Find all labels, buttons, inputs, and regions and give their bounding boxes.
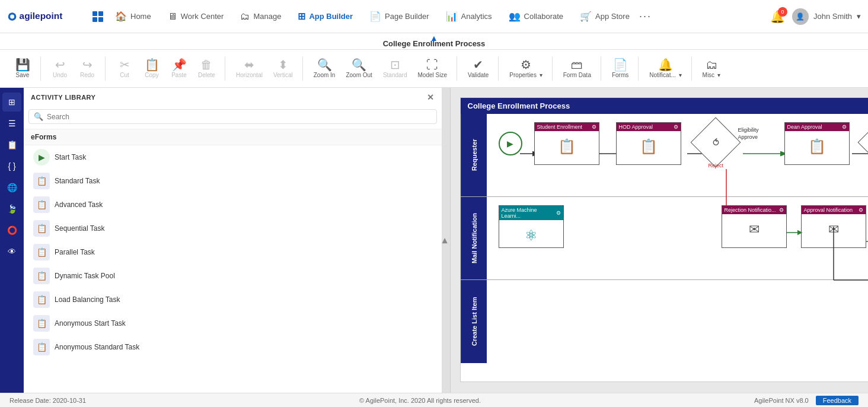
task-item-anon-start[interactable]: 📋 Anonymous Start Task [24,311,442,335]
vertical-button[interactable]: ⬍ Vertical [269,56,298,81]
save-button[interactable]: 💾 Save [9,56,36,81]
notifications-button[interactable]: 🔔 Notificat... ▾ [644,56,686,81]
secondary-header: ▲ College Enrollment Process [0,33,868,50]
misc-button[interactable]: 🗂 Misc ▾ [698,56,725,81]
approval-notif-1-task[interactable]: Approval Notification ⚙ ✉ [801,205,866,248]
horizontal-button[interactable]: ⬌ Horizontal [231,56,267,81]
student-enrollment-gear[interactable]: ⚙ [592,124,596,130]
nav-page-builder[interactable]: 📄 Page Builder [362,7,436,26]
logo[interactable]: agilepoint [7,7,78,26]
zoom-in-icon: 🔍 [317,59,332,71]
sidebar-icon-eye[interactable]: 👁 [2,242,21,261]
activity-panel-close[interactable]: ✕ [427,93,435,102]
appstore-icon: 🛒 [580,11,592,22]
nav-collaborate-label: Collaborate [524,12,564,21]
zoom-in-button[interactable]: 🔍 Zoom In [309,56,340,81]
azure-task[interactable]: Azure Machine Learni... ⚙ ⚛ [499,205,564,248]
swim-lane-mail: Mail Notification Azure Machine Learni..… [461,197,869,280]
paste-button[interactable]: 📌 Paste [166,56,192,81]
zoom-out-button[interactable]: 🔍 Zoom Out [341,56,376,81]
nav-work-center[interactable]: 🖥 Work Center [161,8,231,26]
redo-button[interactable]: ↪ Redo [74,56,100,81]
dean-approval-gear[interactable]: ⚙ [842,124,847,130]
nav-app-builder[interactable]: ⊞ App Builder [291,7,360,26]
hod-approval-gear[interactable]: ⚙ [674,124,678,130]
diamond-2[interactable]: ⥀ [857,117,868,168]
canvas-area[interactable]: College Enrollment Process [451,88,869,393]
toolbar-group-undoredo: ↩ Undo ↪ Redo [42,56,106,81]
start-event[interactable]: ▶ [499,132,522,155]
task-item-dynamic[interactable]: 📋 Dynamic Task Pool [24,264,442,288]
rejection-notif-gear[interactable]: ⚙ [779,207,784,213]
cut-button[interactable]: ✂ Cut [111,56,138,81]
vertical-label: Vertical [273,72,293,78]
toolbar-group-validate: ✔ Validate [458,56,499,81]
zoom-out-icon: 🔍 [352,59,366,71]
model-size-button[interactable]: ⛶ Model Size [413,56,451,81]
task-item-advanced[interactable]: 📋 Advanced Task [24,193,442,217]
manage-icon: 🗂 [240,11,250,22]
sidebar-icon-code[interactable]: { } [2,157,21,176]
forms-button[interactable]: 📄 Forms [607,56,633,81]
nav-app-store[interactable]: 🛒 App Store [573,7,637,26]
nav-more-button[interactable]: ··· [639,10,652,23]
hod-approval-task[interactable]: HOD Approval ⚙ 📋 [616,122,681,165]
nav-home[interactable]: 🏠 Home [108,7,158,26]
feedback-button[interactable]: Feedback [816,396,859,405]
properties-icon: ⚙ [521,59,531,71]
formdata-button[interactable]: 🗃 Form Data [559,56,596,81]
start-task-icon: ▶ [33,149,50,166]
toolbar-group-properties: ⚙ Properties ▾ [500,56,552,81]
approval-notif-1-label: Approval Notification [804,207,853,213]
eforms-section-header[interactable]: eForms [24,129,442,145]
copy-button[interactable]: 📋 Copy [139,56,165,81]
activity-library-header: ACTIVITY LIBRARY ✕ [24,88,442,107]
task-item-start[interactable]: ▶ Start Task [24,145,442,169]
approval-notif-1-gear[interactable]: ⚙ [859,207,863,213]
student-enrollment-label: Student Enrollment [537,124,583,130]
delete-button[interactable]: 🗑 Delete [193,56,220,81]
sidebar-icon-leaf[interactable]: 🍃 [2,199,21,218]
copyright: © AgilePoint, Inc. 2020 All rights reser… [359,397,481,404]
sidebar-icon-doc[interactable]: 📋 [2,135,21,154]
task-item-anon-standard[interactable]: 📋 Anonymous Standard Task [24,335,442,359]
anon-start-task-label: Anonymous Start Task [55,319,126,327]
forms-icon: 📄 [613,59,628,71]
nav-manage[interactable]: 🗂 Manage [233,8,288,26]
anon-start-task-icon: 📋 [33,315,50,332]
nav-appstore-label: App Store [595,12,630,21]
cut-label: Cut [120,72,129,78]
task-item-parallel[interactable]: 📋 Parallel Task [24,240,442,264]
validate-button[interactable]: ✔ Validate [463,56,493,81]
parallel-task-icon: 📋 [33,244,50,260]
nav-analytics[interactable]: 📊 Analytics [439,7,499,26]
sidebar-icon-grid[interactable]: ⊞ [2,93,21,112]
app-grid-button[interactable] [92,11,103,22]
notification-bell[interactable]: 🔔 0 [770,9,785,24]
task-item-standard[interactable]: 📋 Standard Task [24,169,442,193]
search-input[interactable] [47,113,432,121]
rejection-notif-task[interactable]: Rejection Notificatio... ⚙ ✉ [722,205,787,248]
lane-label-mail: Mail Notification [461,197,487,279]
azure-gear[interactable]: ⚙ [556,210,561,216]
user-menu[interactable]: 👤 John Smith ▾ [792,8,861,25]
student-enrollment-task[interactable]: Student Enrollment ⚙ 📋 [534,122,599,165]
anon-standard-task-label: Anonymous Standard Task [55,343,139,351]
sidebar-icon-list[interactable]: ☰ [2,114,21,133]
collapse-chevron[interactable]: ▲ [430,33,438,43]
task-item-sequential[interactable]: 📋 Sequential Task [24,217,442,240]
nav-collaborate[interactable]: 👥 Collaborate [502,7,571,26]
properties-button[interactable]: ⚙ Properties ▾ [505,56,547,81]
sidebar-icon-globe[interactable]: 🌐 [2,178,21,197]
standard-button[interactable]: ⊡ Standard [378,56,412,81]
sidebar-icon-strip: ⊞ ☰ 📋 { } 🌐 🍃 ⭕ 👁 [0,88,24,393]
task-item-load-balancing[interactable]: 📋 Load Balancing Task [24,288,442,311]
dean-approval-task[interactable]: Dean Approval ⚙ 📋 [784,122,850,165]
sidebar-icon-circle[interactable]: ⭕ [2,221,21,240]
toolbar-group-misc: 🗂 Misc ▾ [693,56,730,81]
diamond-1[interactable]: ⥀ [690,117,741,168]
nav-appbuilder-label: App Builder [309,12,353,21]
undo-button[interactable]: ↩ Undo [47,56,73,81]
start-task-label: Start Task [55,153,86,161]
sidebar-collapse-handle[interactable]: ◀ [442,88,451,393]
